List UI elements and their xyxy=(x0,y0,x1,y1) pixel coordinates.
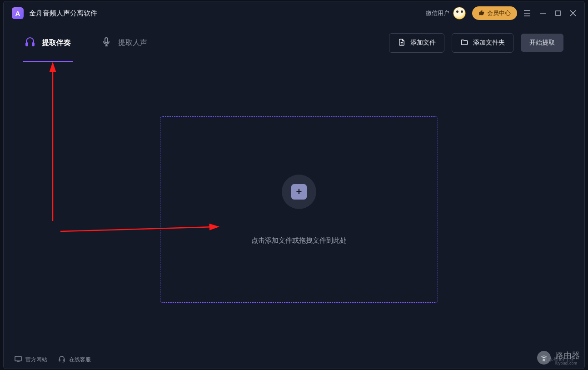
menu-icon[interactable] xyxy=(523,10,531,16)
add-file-button[interactable]: 添加文件 xyxy=(389,33,444,53)
thumbs-up-icon xyxy=(478,10,485,17)
monitor-icon xyxy=(15,356,22,364)
svg-rect-8 xyxy=(15,356,21,361)
tab-label: 提取人声 xyxy=(118,38,147,48)
user-label: 微信用户 xyxy=(426,9,449,17)
app-window: A 金舟音频人声分离软件 微信用户 会员中心 xyxy=(3,1,585,369)
watermark-text: 路由器 xyxy=(555,350,580,361)
online-service-link[interactable]: 在线客服 xyxy=(58,355,91,364)
annotation-arrow-1 xyxy=(45,62,64,225)
watermark: 路由器 luyouqi.com xyxy=(537,350,580,365)
watermark-sub: luyouqi.com xyxy=(555,361,580,365)
content-area: + 点击添加文件或拖拽文件到此处 xyxy=(4,60,584,350)
headphones-icon xyxy=(25,36,35,49)
microphone-icon xyxy=(101,36,112,49)
svg-rect-12 xyxy=(543,360,545,361)
svg-rect-3 xyxy=(105,38,108,43)
maximize-icon[interactable] xyxy=(555,10,561,16)
app-logo-icon: A xyxy=(12,7,24,19)
avatar[interactable] xyxy=(453,7,466,20)
start-extract-button[interactable]: 开始提取 xyxy=(521,34,563,52)
svg-rect-1 xyxy=(26,43,28,46)
headset-icon xyxy=(58,355,65,364)
plus-icon: + xyxy=(291,184,307,200)
dropzone[interactable]: + 点击添加文件或拖拽文件到此处 xyxy=(160,116,438,303)
official-site-link[interactable]: 官方网站 xyxy=(15,356,47,364)
router-icon xyxy=(537,351,551,365)
file-icon xyxy=(398,38,406,48)
close-icon[interactable] xyxy=(570,10,576,16)
dropzone-text: 点击添加文件或拖拽文件到此处 xyxy=(251,236,347,245)
vip-center-button[interactable]: 会员中心 xyxy=(472,6,517,20)
window-controls xyxy=(523,10,576,16)
plus-circle: + xyxy=(282,175,316,209)
tab-label: 提取伴奏 xyxy=(42,38,71,48)
toolbar: 提取伴奏 提取人声 添加文件 添加文件夹 开始提取 xyxy=(4,25,584,60)
titlebar: A 金舟音频人声分离软件 微信用户 会员中心 xyxy=(4,1,584,25)
app-title: 金舟音频人声分离软件 xyxy=(29,9,97,18)
tab-extract-vocals[interactable]: 提取人声 xyxy=(101,30,147,55)
minimize-icon[interactable] xyxy=(540,10,546,16)
svg-rect-10 xyxy=(64,359,65,361)
svg-rect-0 xyxy=(556,11,560,15)
svg-rect-2 xyxy=(32,43,34,46)
svg-rect-9 xyxy=(59,359,60,361)
tab-extract-accompaniment[interactable]: 提取伴奏 xyxy=(25,30,71,55)
footer: 官方网站 在线客服 版本号v3.1.3 xyxy=(4,350,584,369)
add-folder-button[interactable]: 添加文件夹 xyxy=(452,33,513,53)
folder-icon xyxy=(460,38,468,48)
